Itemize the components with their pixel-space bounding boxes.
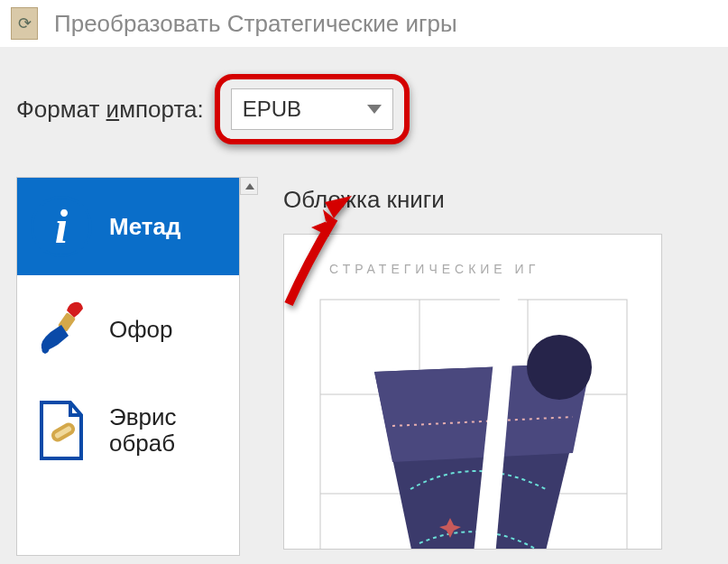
window-titlebar: Преобразовать Стратегические игры (0, 0, 728, 47)
annotation-arrow-icon (262, 191, 379, 309)
category-sidebar[interactable]: Метад Офор (16, 177, 240, 556)
sidebar-item-metadata[interactable]: Метад (17, 178, 239, 275)
brush-icon (30, 293, 93, 365)
import-format-row: Формат импорта: EPUB (16, 74, 712, 144)
sidebar-item-label: обраб (109, 430, 176, 457)
label-text: Формат (16, 96, 106, 123)
window-title: Преобразовать Стратегические игры (54, 10, 457, 38)
svg-point-8 (527, 335, 592, 400)
scroll-up-button[interactable] (240, 177, 258, 195)
sidebar-item-label: Офор (109, 316, 173, 344)
app-icon (11, 7, 38, 40)
sidebar-item-label: Метад (109, 213, 180, 241)
cover-illustration (311, 291, 654, 550)
sidebar-item-label: Эврис (109, 404, 176, 430)
import-format-label: Формат импорта: (16, 96, 204, 124)
sidebar-item-label-group: Эврис обраб (109, 404, 176, 456)
info-icon (30, 190, 93, 263)
dialog-content: Формат импорта: EPUB Метад (0, 47, 728, 564)
chevron-down-icon (367, 105, 382, 114)
sidebar-item-look-feel[interactable]: Офор (17, 275, 239, 384)
label-text: мпорта: (119, 96, 204, 123)
document-icon (30, 394, 93, 467)
combobox-value: EPUB (243, 97, 301, 122)
sidebar-container: Метад Офор (16, 177, 240, 556)
import-format-combobox[interactable]: EPUB (231, 88, 393, 130)
sidebar-item-heuristic[interactable]: Эврис обраб (17, 384, 239, 477)
label-mnemonic: и (106, 96, 120, 123)
highlight-annotation: EPUB (215, 74, 410, 144)
